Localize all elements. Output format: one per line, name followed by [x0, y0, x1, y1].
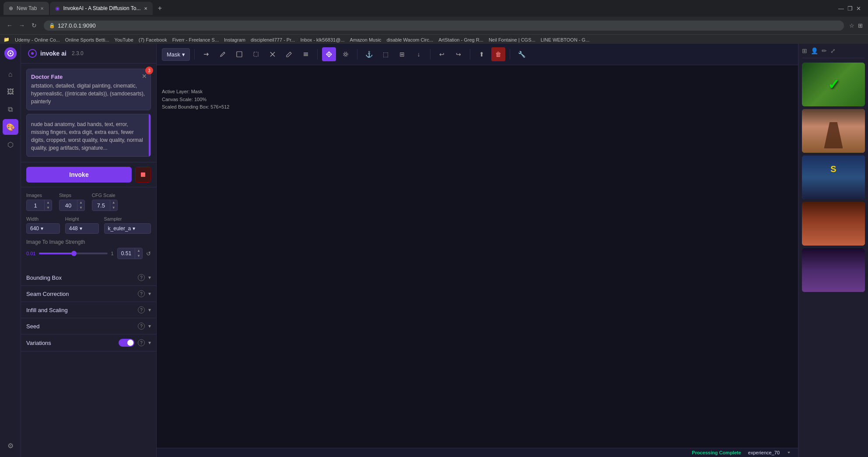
seed-help-icon[interactable]: ?: [138, 323, 145, 330]
nav-gallery[interactable]: 🖼: [3, 84, 18, 100]
negative-prompt-box[interactable]: nude bad anatomy, bad hands, text, error…: [26, 114, 151, 157]
redo-tool-btn[interactable]: ↪: [452, 47, 466, 61]
brush-tool-btn[interactable]: [216, 47, 230, 61]
nav-nodes[interactable]: ⬡: [3, 137, 18, 152]
reload-btn[interactable]: ↻: [30, 21, 38, 30]
restore-btn[interactable]: ❐: [847, 5, 853, 12]
pen-tool-btn[interactable]: [282, 47, 296, 61]
left-icon-rail: ⌂ 🖼 ⧉ 🎨 ⬡ ⚙: [0, 44, 21, 457]
sampler-select[interactable]: k_euler_a ▾: [104, 223, 151, 234]
variations-help-icon[interactable]: ?: [138, 339, 145, 346]
bookmark-udemy[interactable]: Udemy - Online Co...: [15, 37, 60, 42]
nav-buttons: ← → ↻: [5, 21, 38, 30]
nav-layers[interactable]: ⧉: [3, 102, 18, 117]
url-bar[interactable]: 🔒 127.0.0.1:9090: [44, 21, 844, 31]
variations-toggle[interactable]: [119, 339, 134, 347]
svg-rect-4: [141, 172, 145, 177]
gallery-item-1[interactable]: ✓: [802, 63, 865, 106]
gallery-pen-icon[interactable]: ✏: [822, 47, 827, 54]
anchor-tool-btn[interactable]: ⚓: [362, 47, 376, 61]
brush-icon: [220, 51, 226, 57]
seam-correction-help-icon[interactable]: ?: [138, 290, 145, 297]
nav-paint[interactable]: 🎨: [3, 119, 18, 135]
bookmark-instagram[interactable]: Instagram: [224, 37, 245, 42]
img2img-slider[interactable]: [39, 253, 107, 254]
cfg-down[interactable]: ▼: [110, 205, 117, 211]
bookmark-webtoon[interactable]: LINE WEBTOON - G...: [541, 37, 590, 42]
list-tool-btn[interactable]: [299, 47, 313, 61]
select-tool-btn[interactable]: [249, 47, 263, 61]
invoke-button[interactable]: Invoke: [26, 167, 132, 183]
infill-help-icon[interactable]: ?: [138, 306, 145, 313]
nav-home[interactable]: ⌂: [3, 67, 18, 82]
nav-settings-bottom[interactable]: ⚙: [3, 438, 18, 453]
bookmark-neil[interactable]: Neil Fontaine | CGS...: [489, 37, 536, 42]
bookmark-youtube[interactable]: YouTube: [115, 37, 133, 42]
back-btn[interactable]: ←: [5, 21, 14, 30]
steps-up[interactable]: ▲: [77, 200, 84, 205]
gallery-expand-icon[interactable]: ⤢: [830, 47, 836, 54]
down-tool-btn[interactable]: ↓: [412, 47, 426, 61]
browser-chrome: ⊕ New Tab ✕ ◉ InvokeAI - A Stable Diffus…: [0, 0, 868, 44]
settings-tool-btn[interactable]: [339, 47, 353, 61]
stack-tool-btn[interactable]: ⊞: [395, 47, 409, 61]
bounding-box-accordion[interactable]: Bounding Box ? ▾: [21, 270, 156, 286]
tab-close-invoke[interactable]: ✕: [144, 6, 147, 11]
gallery-item-3[interactable]: S: [802, 155, 865, 199]
bookmark-amazon[interactable]: Amazon Music: [350, 37, 381, 42]
images-up[interactable]: ▲: [45, 200, 52, 205]
infill-scaling-accordion[interactable]: Infill and Scaling ? ▾: [21, 302, 156, 318]
positive-prompt-box[interactable]: Doctor Fate artstation, detailed, digita…: [26, 69, 151, 110]
steps-value: 40: [60, 200, 77, 211]
tab-new-tab[interactable]: ⊕ New Tab ✕: [4, 2, 49, 15]
bounding-box-help-icon[interactable]: ?: [138, 274, 145, 281]
wrench-tool-btn[interactable]: 🔧: [514, 47, 528, 61]
steps-down[interactable]: ▼: [77, 205, 84, 211]
close-tool-btn[interactable]: [266, 47, 280, 61]
bookmark-wacom[interactable]: disable Wacom Circ...: [387, 37, 434, 42]
invoke-cancel-button[interactable]: [135, 167, 151, 183]
images-down[interactable]: ▼: [45, 205, 52, 211]
seed-label: Seed: [26, 323, 39, 330]
bookmark-discipline[interactable]: discipleneil777 - Pr...: [251, 37, 295, 42]
extensions-icon[interactable]: ⊞: [858, 22, 863, 29]
move-tool-btn[interactable]: [322, 47, 336, 61]
width-select[interactable]: 640 ▾: [26, 223, 60, 234]
gallery-item-2[interactable]: [802, 109, 865, 153]
variations-accordion[interactable]: Variations ? ▾: [21, 334, 156, 352]
gallery-item-4[interactable]: [802, 202, 865, 246]
gallery-grid-icon[interactable]: ⊞: [802, 47, 807, 54]
prompt-close-btn[interactable]: ✕: [142, 73, 147, 80]
cfg-up[interactable]: ▲: [110, 200, 117, 205]
height-select[interactable]: 448 ▾: [65, 223, 99, 234]
superman-bg: [802, 155, 865, 199]
x-icon: [270, 51, 276, 57]
bookmark-inbox[interactable]: Inbox - klk56831@...: [300, 37, 344, 42]
export-tool-btn[interactable]: ⬆: [475, 47, 489, 61]
tab-close[interactable]: ✕: [40, 6, 44, 11]
bookmark-fiverr[interactable]: Fiverr - Freelance S...: [172, 37, 219, 42]
undo-tool-btn[interactable]: ↩: [435, 47, 449, 61]
img2img-down[interactable]: ▼: [135, 253, 142, 259]
gallery-item-5[interactable]: [802, 248, 865, 292]
connect-tool-btn[interactable]: [199, 47, 213, 61]
eraser-tool-btn[interactable]: [232, 47, 246, 61]
delete-tool-btn[interactable]: 🗑: [491, 47, 505, 61]
img2img-up[interactable]: ▲: [135, 248, 142, 253]
bookmark-sports[interactable]: Online Sports Betti...: [65, 37, 109, 42]
new-tab-button[interactable]: +: [154, 2, 166, 14]
seam-correction-accordion[interactable]: Seam Correction ? ▾: [21, 286, 156, 302]
gallery-user-icon[interactable]: 👤: [811, 47, 818, 54]
cfg-label: CFG Scale: [92, 193, 118, 198]
close-window-btn[interactable]: ✕: [856, 5, 861, 12]
seed-accordion[interactable]: Seed ? ▾: [21, 318, 156, 334]
bookmark-artstation[interactable]: ArtStation - Greg R...: [438, 37, 483, 42]
bookmark-star[interactable]: ☆: [849, 22, 854, 29]
mask-dropdown[interactable]: Mask ▾: [162, 48, 190, 61]
bookmark-facebook[interactable]: (7) Facebook: [139, 37, 167, 42]
minimize-btn[interactable]: —: [838, 5, 844, 12]
forward-btn[interactable]: →: [18, 21, 26, 30]
frame-tool-btn[interactable]: ⬚: [378, 47, 392, 61]
tab-invokei[interactable]: ◉ InvokeAI - A Stable Diffusion To... ✕: [50, 2, 153, 15]
img2img-reset-icon[interactable]: ↺: [146, 250, 151, 257]
